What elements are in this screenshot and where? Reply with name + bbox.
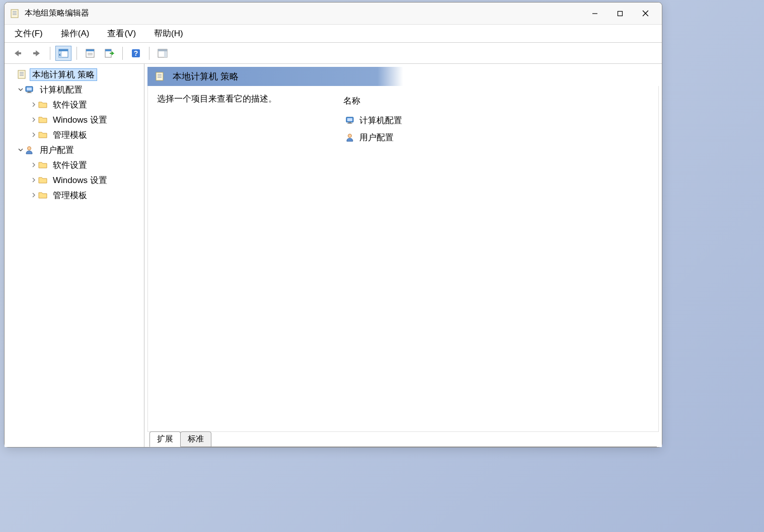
tree-uc-windows-settings[interactable]: Windows 设置: [7, 172, 142, 188]
svg-rect-40: [347, 123, 352, 124]
svg-rect-18: [105, 49, 111, 51]
user-icon: [345, 132, 355, 142]
svg-rect-5: [618, 11, 623, 16]
svg-rect-24: [18, 70, 25, 78]
menu-file[interactable]: 文件(F): [12, 26, 46, 41]
nav-forward-button[interactable]: [29, 46, 45, 61]
tree-uc-software-settings[interactable]: 软件设置: [7, 157, 142, 172]
collapse-icon[interactable]: [17, 85, 25, 94]
help-button[interactable]: ?: [128, 46, 144, 61]
expand-icon[interactable]: [30, 161, 38, 169]
tree-computer-configuration[interactable]: 计算机配置: [7, 82, 142, 97]
tree-cc-software-settings[interactable]: 软件设置: [7, 97, 142, 112]
list-item-label: 计算机配置: [359, 115, 402, 126]
list-item-user-configuration[interactable]: 用户配置: [343, 129, 649, 146]
computer-icon: [345, 115, 355, 125]
titlebar: 本地组策略编辑器: [5, 3, 662, 25]
svg-rect-9: [33, 52, 36, 54]
tree-label: 管理模板: [51, 129, 89, 141]
toolbar-separator: [77, 47, 77, 60]
list-item-computer-configuration[interactable]: 计算机配置: [343, 112, 649, 129]
toolbar-separator: [50, 47, 50, 60]
svg-rect-8: [18, 52, 21, 54]
column-header-name[interactable]: 名称: [343, 93, 649, 112]
expand-icon[interactable]: [30, 131, 38, 139]
collapse-icon[interactable]: [17, 146, 25, 154]
expand-icon[interactable]: [30, 101, 38, 109]
folder-icon: [38, 175, 48, 185]
close-button[interactable]: [634, 6, 657, 22]
maximize-button[interactable]: [608, 6, 632, 22]
tree-label: 本地计算机 策略: [30, 68, 97, 81]
svg-rect-38: [347, 118, 352, 121]
svg-point-41: [348, 134, 352, 138]
svg-rect-29: [27, 87, 32, 91]
window-title: 本地组策略编辑器: [25, 8, 583, 19]
expand-icon[interactable]: [30, 191, 38, 199]
tree-label: 软件设置: [51, 99, 89, 111]
menubar: 文件(F) 操作(A) 查看(V) 帮助(H): [5, 25, 662, 43]
list-item-label: 用户配置: [359, 132, 394, 143]
tree-root-local-computer-policy[interactable]: 本地计算机 策略: [7, 67, 142, 82]
nav-back-button[interactable]: [10, 46, 26, 61]
app-icon: [10, 9, 20, 19]
properties-button[interactable]: [82, 46, 98, 61]
svg-rect-11: [59, 49, 68, 51]
folder-icon: [38, 130, 48, 139]
menu-help[interactable]: 帮助(H): [151, 26, 186, 41]
tab-standard[interactable]: 标准: [180, 431, 211, 447]
user-icon: [25, 145, 35, 154]
tree-cc-windows-settings[interactable]: Windows 设置: [7, 112, 142, 127]
menu-action[interactable]: 操作(A): [58, 26, 93, 41]
svg-rect-30: [28, 92, 31, 93]
toolbar: ?: [5, 43, 662, 64]
tree-pane[interactable]: 本地计算机 策略 计算机配置 软件设置: [5, 64, 144, 447]
content-area: 本地计算机 策略 计算机配置 软件设置: [5, 64, 662, 447]
toolbar-separator: [122, 47, 123, 60]
folder-icon: [38, 160, 48, 169]
svg-text:?: ?: [134, 49, 138, 57]
svg-rect-23: [164, 51, 167, 57]
tree-label: 软件设置: [51, 159, 89, 171]
tree-label: Windows 设置: [51, 174, 109, 187]
tree-user-configuration[interactable]: 用户配置: [7, 142, 142, 157]
export-list-button[interactable]: [101, 46, 117, 61]
folder-icon: [38, 191, 48, 200]
tree-label: 用户配置: [38, 144, 76, 156]
expand-icon[interactable]: [30, 176, 38, 184]
folder-icon: [38, 100, 48, 109]
menu-view[interactable]: 查看(V): [104, 26, 139, 41]
detail-description: 选择一个项目来查看它的描述。: [157, 93, 313, 424]
show-hide-action-pane-button[interactable]: [155, 46, 171, 61]
svg-rect-22: [158, 49, 167, 51]
detail-header: 本地计算机 策略: [147, 67, 659, 86]
svg-rect-14: [86, 49, 94, 51]
svg-rect-33: [156, 72, 163, 80]
show-hide-tree-button[interactable]: [55, 46, 71, 61]
tree-label: 管理模板: [51, 189, 89, 202]
minimize-button[interactable]: [583, 6, 606, 22]
svg-rect-31: [27, 93, 32, 93]
tree-cc-admin-templates[interactable]: 管理模板: [7, 127, 142, 142]
window-controls: [583, 6, 657, 22]
svg-rect-0: [11, 10, 18, 18]
svg-rect-12: [59, 51, 62, 57]
tabs-baseline: [211, 447, 657, 447]
tree-label: 计算机配置: [38, 83, 85, 96]
svg-rect-39: [348, 122, 351, 123]
policy-doc-icon: [155, 72, 165, 81]
gpedit-window: 本地组策略编辑器 文件(F) 操作(A) 查看(V) 帮助(H): [4, 2, 662, 448]
detail-header-title: 本地计算机 策略: [173, 70, 239, 82]
toolbar-separator: [149, 47, 149, 60]
detail-body: 选择一个项目来查看它的描述。 名称 计算机配置 用户配置: [147, 86, 659, 432]
tree-label: Windows 设置: [51, 114, 109, 126]
detail-list: 名称 计算机配置 用户配置: [343, 93, 649, 424]
expand-icon[interactable]: [30, 116, 38, 124]
tab-extended[interactable]: 扩展: [149, 431, 181, 447]
blank-expander: [9, 70, 17, 78]
tree-uc-admin-templates[interactable]: 管理模板: [7, 188, 142, 203]
computer-icon: [25, 85, 35, 94]
folder-icon: [38, 115, 48, 124]
policy-doc-icon: [17, 70, 27, 79]
detail-tabs: 扩展 标准: [144, 432, 662, 447]
